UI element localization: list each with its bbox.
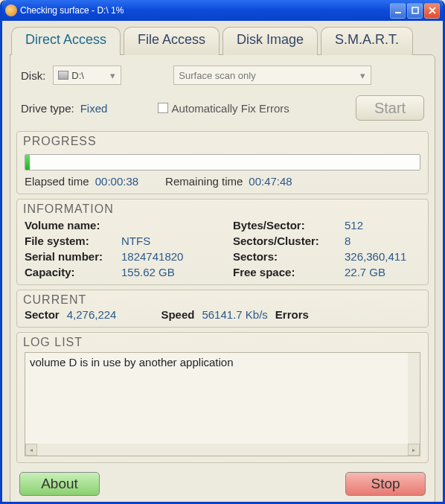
tab-smart[interactable]: S.M.A.R.T.	[321, 27, 413, 55]
current-header: CURRENT	[17, 290, 428, 307]
vertical-scrollbar[interactable]	[408, 353, 420, 444]
chevron-down-icon: ▾	[357, 70, 368, 80]
elapsed-label: Elapsed time	[25, 175, 89, 188]
checkbox-icon	[158, 103, 168, 113]
serial-label: Serial number:	[25, 250, 121, 263]
current-errors-label: Errors	[275, 308, 309, 321]
current-section: CURRENT Sector 4,276,224 Speed 56141.7 K…	[16, 290, 429, 328]
tab-bar: Direct Access File Access Disk Image S.M…	[10, 27, 435, 55]
free-space-label: Free space:	[233, 266, 345, 278]
current-speed-value: 56141.7 Kb/s	[202, 308, 267, 321]
info-grid: Volume name: Bytes/Sector: 512 File syst…	[25, 219, 420, 278]
footer-row: About Stop	[16, 463, 429, 496]
current-row: Sector 4,276,224 Speed 56141.7 Kb/s Erro…	[17, 307, 428, 327]
file-system-label: File system:	[25, 235, 121, 247]
horizontal-scrollbar[interactable]: ◂ ▸	[25, 444, 420, 456]
capacity-label: Capacity:	[25, 266, 121, 278]
volume-name-label: Volume name:	[25, 219, 121, 232]
sectors-cluster-value: 8	[345, 235, 420, 247]
current-sector-value: 4,276,224	[67, 308, 117, 321]
drive-type-row: Drive type: Fixed Automatically Fix Erro…	[16, 95, 429, 127]
capacity-value: 155.62 GB	[121, 266, 233, 278]
about-button[interactable]: About	[19, 472, 100, 496]
elapsed-value: 00:00:38	[95, 175, 138, 188]
progress-fill	[25, 155, 30, 170]
stop-button[interactable]: Stop	[345, 472, 426, 496]
remaining-value: 00:47:48	[249, 175, 292, 188]
svg-rect-1	[412, 7, 418, 13]
tab-direct-access[interactable]: Direct Access	[11, 27, 121, 55]
serial-value: 1824741820	[121, 250, 233, 263]
window-title: Checking surface - D:\ 1%	[20, 5, 390, 16]
app-window: Checking surface - D:\ 1% Direct Access …	[0, 0, 445, 504]
progress-header: PROGRESS	[17, 132, 428, 148]
current-speed-label: Speed	[161, 308, 194, 321]
window-buttons	[390, 3, 440, 19]
start-button[interactable]: Start	[356, 95, 424, 121]
disk-label: Disk:	[21, 69, 45, 82]
bytes-sector-label: Bytes/Sector:	[233, 219, 345, 232]
tab-panel: Disk: D:\ ▾ Surface scan only ▾ Drive ty…	[10, 54, 435, 504]
drive-type-value: Fixed	[80, 102, 108, 115]
scan-mode-select[interactable]: Surface scan only ▾	[173, 66, 371, 85]
volume-name-value	[121, 219, 233, 232]
sectors-label: Sectors:	[233, 250, 345, 263]
titlebar[interactable]: Checking surface - D:\ 1%	[2, 0, 443, 21]
sectors-value: 326,360,411	[345, 250, 420, 263]
app-icon	[5, 4, 17, 16]
current-sector-label: Sector	[25, 308, 60, 321]
tab-file-access[interactable]: File Access	[124, 27, 220, 55]
sectors-cluster-label: Sectors/Cluster:	[233, 235, 345, 247]
log-header: LOG LIST	[17, 333, 428, 349]
autofix-checkbox[interactable]: Automatically Fix Errors	[158, 102, 289, 115]
disk-select[interactable]: D:\ ▾	[53, 66, 121, 85]
drive-type-label: Drive type:	[21, 102, 74, 115]
minimize-button[interactable]	[390, 3, 406, 19]
information-section: INFORMATION Volume name: Bytes/Sector: 5…	[16, 199, 429, 285]
log-entry: volume D is in use by another applicatio…	[30, 356, 415, 369]
information-header: INFORMATION	[17, 200, 428, 216]
autofix-label: Automatically Fix Errors	[171, 102, 289, 115]
chevron-down-icon: ▾	[107, 70, 118, 80]
bytes-sector-value: 512	[345, 219, 420, 232]
progress-bar	[25, 154, 420, 170]
file-system-value: NTFS	[121, 235, 233, 247]
svg-rect-0	[395, 12, 401, 13]
log-textarea[interactable]: volume D is in use by another applicatio…	[25, 352, 420, 456]
disk-row: Disk: D:\ ▾ Surface scan only ▾	[16, 63, 429, 95]
scan-mode-value: Surface scan only	[179, 70, 255, 81]
drive-icon	[58, 71, 68, 80]
maximize-button[interactable]	[407, 3, 423, 19]
close-button[interactable]	[424, 3, 440, 19]
remaining-label: Remaining time	[165, 175, 243, 188]
time-row: Elapsed time 00:00:38 Remaining time 00:…	[25, 175, 420, 188]
scroll-right-icon[interactable]: ▸	[408, 444, 420, 456]
disk-select-value: D:\	[71, 70, 84, 81]
scroll-left-icon[interactable]: ◂	[25, 444, 37, 456]
content-area: Direct Access File Access Disk Image S.M…	[2, 21, 443, 504]
log-section: LOG LIST volume D is in use by another a…	[16, 332, 429, 463]
tab-disk-image[interactable]: Disk Image	[222, 27, 318, 55]
progress-section: PROGRESS Elapsed time 00:00:38 Remaining…	[16, 131, 429, 194]
free-space-value: 22.7 GB	[345, 266, 420, 278]
